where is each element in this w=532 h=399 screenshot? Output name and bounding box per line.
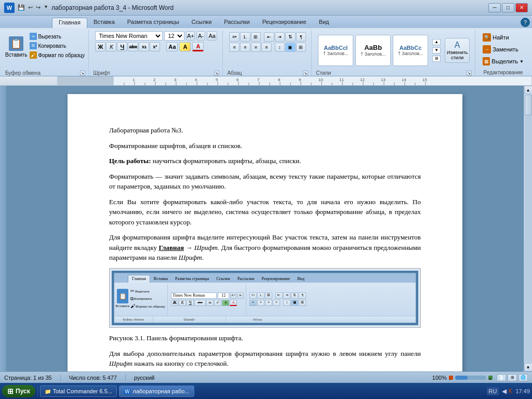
shading-button[interactable]: ▣ [285, 43, 296, 52]
font-shrink-button[interactable]: A- [196, 31, 205, 41]
view-web-button[interactable]: 🌐 [518, 374, 528, 381]
maximize-button[interactable]: □ [502, 3, 514, 12]
borders-button[interactable]: ⊞ [296, 43, 307, 52]
superscript-button[interactable]: x² [150, 42, 160, 51]
find-button[interactable]: 🔍 Найти [481, 32, 526, 43]
style-heading3[interactable]: AaBbCc † Заголов... [393, 35, 428, 66]
italic-button[interactable]: К [106, 42, 116, 51]
zoom-control[interactable]: 100% - + [432, 375, 493, 381]
mini-tab-ref: Ссылки [212, 275, 234, 283]
svg-text:3: 3 [174, 77, 177, 82]
strikethrough-button[interactable]: abc [128, 42, 138, 51]
quick-access-redo[interactable]: ↪ [36, 4, 41, 11]
help-button[interactable]: ? [521, 18, 530, 27]
font-row2: Ж К Ч abc x₂ x² Аа А А [95, 42, 217, 51]
bold-button[interactable]: Ж [95, 42, 105, 51]
editing-label: Редактирование [480, 69, 527, 76]
sort-button[interactable]: ⇅ [285, 32, 296, 42]
zoom-slider[interactable] [455, 376, 486, 380]
tab-mailings[interactable]: Рассылки [218, 18, 256, 28]
para-expand[interactable]: ↘ [303, 71, 308, 76]
increase-indent-button[interactable]: ⇥ [275, 32, 285, 42]
scroll-up-button[interactable]: ▲ [524, 86, 533, 94]
svg-text:6: 6 [236, 77, 239, 82]
scroll-thumb[interactable] [525, 95, 532, 115]
numbering-button[interactable]: 1. [240, 32, 250, 42]
justify-button[interactable]: ≡ [261, 43, 272, 52]
close-button[interactable]: ✕ [515, 3, 528, 12]
quick-access-save[interactable]: 💾 [18, 4, 25, 11]
tab-view[interactable]: Вид [313, 18, 336, 28]
quick-access-arrow[interactable]: ▼ [44, 4, 48, 11]
styles-group-bottom: Стили ↘ [316, 70, 472, 76]
mini-font-shrink: A- [237, 292, 244, 299]
taskbar-word[interactable]: W лабораторная рабо... [119, 385, 194, 397]
view-fullscreen-button[interactable]: ⊞ [508, 374, 517, 381]
view-print-button[interactable]: 📄 [497, 374, 506, 381]
copy-button[interactable]: ⧉ Копировать [28, 42, 86, 50]
para-group-bottom: Абзац ↘ [227, 70, 308, 76]
text-effects-button[interactable]: Аа [166, 42, 178, 51]
align-center-button[interactable]: ≡ [240, 43, 250, 52]
tray-icon-2[interactable]: K [508, 388, 512, 395]
zoom-plus[interactable]: + [488, 376, 493, 380]
tab-page-layout[interactable]: Разметка страницы [121, 18, 185, 28]
font-grow-button[interactable]: A+ [186, 31, 195, 41]
font-name-select[interactable]: Times New Roman [95, 31, 163, 41]
styles-scroll-down[interactable]: ▼ [432, 47, 441, 54]
svg-text:4: 4 [195, 77, 197, 82]
styles-expand[interactable]: ↘ [467, 71, 472, 76]
style-heading2[interactable]: AaBb † Заголов... [355, 35, 391, 66]
format-painter-button[interactable]: 🖌 Формат по образцу [28, 51, 86, 59]
show-formatting-button[interactable]: ¶ [296, 32, 307, 42]
tab-review[interactable]: Рецензирование [256, 18, 313, 28]
underline-button[interactable]: Ч [117, 42, 127, 51]
page-info: Страница: 1 из 35 [4, 375, 52, 381]
align-right-button[interactable]: ≡ [251, 43, 261, 52]
mini-align-right: ≡ [265, 300, 272, 306]
replace-button[interactable]: ↔ Заменить [481, 44, 526, 55]
start-button[interactable]: ⊞ Пуск [2, 385, 35, 397]
taskbar-total-commander[interactable]: 📁 Total Commander 6.5... [40, 385, 117, 397]
font-expand[interactable]: ↘ [214, 71, 219, 76]
doc-para2: Если Вы хотите форматировать какой-либо … [109, 197, 421, 228]
scroll-down-button[interactable]: ▼ [524, 363, 533, 371]
select-button[interactable]: ▦ Выделить ▼ [481, 56, 526, 66]
minimize-button[interactable]: ─ [488, 3, 501, 12]
zoom-minus[interactable]: - [449, 376, 453, 380]
clipboard-expand[interactable]: ↘ [80, 71, 85, 76]
scrollbar-right[interactable]: ▲ ▼ [524, 86, 532, 371]
styles-scroll-up[interactable]: ▲ [432, 39, 441, 45]
highlight-button[interactable]: А [179, 42, 191, 51]
styles-more[interactable]: ⊞ [432, 56, 441, 62]
tab-insert[interactable]: Вставка [87, 18, 121, 28]
find-icon: 🔍 [483, 33, 491, 42]
scroll-track[interactable] [525, 95, 532, 363]
font-color-button[interactable]: А [192, 42, 204, 51]
mini-ribbon-body: 📋 Вставить ✂Вырезать ⧉Копировать 🖌Формат… [114, 283, 416, 316]
mini-sup: x² [214, 300, 221, 306]
svg-text:11: 11 [339, 77, 344, 82]
font-size-select[interactable]: 12 [164, 31, 184, 41]
svg-text:9: 9 [299, 77, 301, 82]
change-styles-button[interactable]: A Изменить стили [445, 38, 470, 63]
cut-button[interactable]: ✂ Вырезать [28, 32, 86, 41]
quick-access-undo[interactable]: ↩ [28, 4, 33, 11]
svg-text:5: 5 [216, 77, 218, 82]
style-heading1[interactable]: AaBbCcI † Заголов... [318, 35, 353, 66]
paste-button[interactable]: 📋 Вставить [5, 31, 27, 62]
mini-bullets: ≡• [249, 292, 257, 299]
line-spacing-button[interactable]: ↕ [275, 43, 285, 52]
lang-indicator[interactable]: RU [487, 387, 499, 395]
mini-font-size: 12 [218, 292, 229, 299]
tray-icon-1[interactable]: ◀ [502, 388, 507, 395]
tab-references[interactable]: Ссылки [185, 18, 218, 28]
clear-format-button[interactable]: Aa [207, 31, 217, 41]
subscript-button[interactable]: x₂ [139, 42, 149, 51]
decrease-indent-button[interactable]: ⇤ [264, 32, 274, 42]
mini-copy: ⧉Копировать [130, 296, 165, 303]
tab-home[interactable]: Главная [52, 18, 87, 28]
bullets-button[interactable]: ≡• [229, 32, 240, 42]
multilevel-button[interactable]: ⊞ [251, 32, 261, 42]
align-left-button[interactable]: ≡ [229, 43, 240, 52]
